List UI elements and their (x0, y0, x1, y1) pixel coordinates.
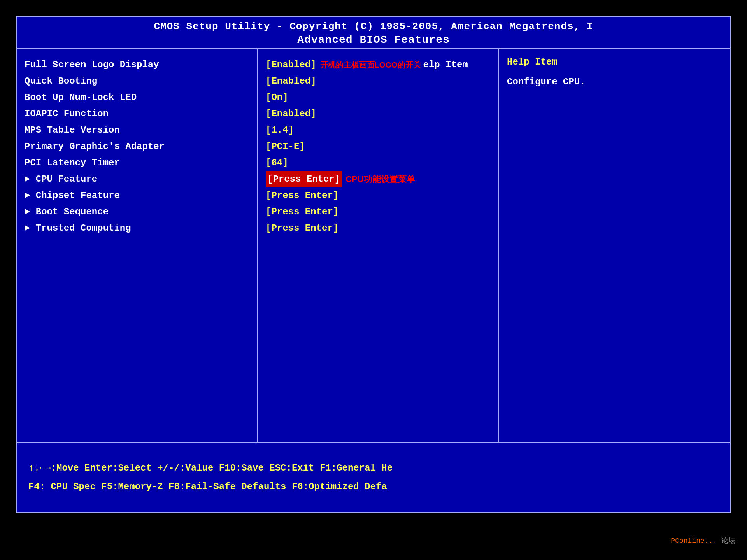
value-quick-booting: [Enabled] (266, 73, 491, 89)
bios-title-line2: Advanced BIOS Features (17, 34, 730, 46)
bios-title-line1: CMOS Setup Utility - Copyright (C) 1985-… (17, 21, 730, 32)
menu-item-quick-booting[interactable]: Quick Booting (25, 73, 249, 89)
annotation-logo: 开机的主板画面LOGO的开关 (320, 58, 421, 72)
footer-row2: F4: CPU Spec F5:Memory-Z F8:Fail-Safe De… (28, 478, 719, 496)
value-chipset-feature: [Press Enter] (266, 187, 491, 204)
watermark-text: PConline... (671, 537, 717, 545)
watermark: PConline... 论坛 (671, 536, 735, 545)
annotation-cpu: CPU功能设置菜单 (345, 172, 415, 187)
value-full-screen-logo: [Enabled] 开机的主板画面LOGO的开关 elp Item (266, 57, 491, 73)
value-ioapic: [Enabled] (266, 106, 491, 122)
menu-item-chipset-feature[interactable]: Chipset Feature (25, 187, 249, 204)
value-pci-latency: [64] (266, 155, 491, 171)
bios-screen: CMOS Setup Utility - Copyright (C) 1985-… (0, 0, 747, 560)
bios-footer: ↑↓←→:Move Enter:Select +/-/:Value F10:Sa… (17, 442, 730, 512)
bios-window: CMOS Setup Utility - Copyright (C) 1985-… (16, 16, 731, 513)
value-boot-sequence: [Press Enter] (266, 204, 491, 220)
footer-row1: ↑↓←→:Move Enter:Select +/-/:Value F10:Sa… (28, 459, 719, 478)
help-body-text: Configure CPU. (507, 75, 722, 89)
menu-item-full-screen-logo[interactable]: Full Screen Logo Display (25, 57, 249, 73)
value-cpu-feature-text: [Press Enter] (266, 171, 342, 187)
values-column: [Enabled] 开机的主板画面LOGO的开关 elp Item [Enabl… (258, 49, 499, 474)
menu-item-cpu-feature[interactable]: CPU Feature (25, 171, 249, 187)
bios-header: CMOS Setup Utility - Copyright (C) 1985-… (17, 17, 730, 48)
value-trusted-computing: [Press Enter] (266, 220, 491, 236)
value-boot-up-numlock: [On] (266, 89, 491, 106)
value-cpu-feature[interactable]: [Press Enter] CPU功能设置菜单 (266, 171, 491, 187)
bottom-bar: PConline... 论坛 (0, 521, 747, 560)
menu-column: Full Screen Logo Display Quick Booting B… (17, 49, 258, 474)
menu-item-pci-latency[interactable]: PCI Latency Timer (25, 155, 249, 171)
help-label-inline: elp Item (423, 57, 468, 73)
bios-body: Full Screen Logo Display Quick Booting B… (17, 48, 730, 474)
value-mps-table: [1.4] (266, 122, 491, 138)
menu-item-primary-graphic[interactable]: Primary Graphic's Adapter (25, 138, 249, 155)
help-title-text: Help Item (507, 57, 558, 67)
value-primary-graphic: [PCI-E] (266, 138, 491, 155)
menu-item-ioapic[interactable]: IOAPIC Function (25, 106, 249, 122)
menu-item-mps-table[interactable]: MPS Table Version (25, 122, 249, 138)
help-column: Help Item Configure CPU. (499, 49, 730, 474)
menu-item-boot-sequence[interactable]: Boot Sequence (25, 204, 249, 220)
value-full-screen-logo-text: [Enabled] (266, 57, 316, 73)
help-item-header: Help Item (507, 57, 722, 67)
menu-item-trusted-computing[interactable]: Trusted Computing (25, 220, 249, 236)
menu-item-boot-up-numlock[interactable]: Boot Up Num-Lock LED (25, 89, 249, 106)
